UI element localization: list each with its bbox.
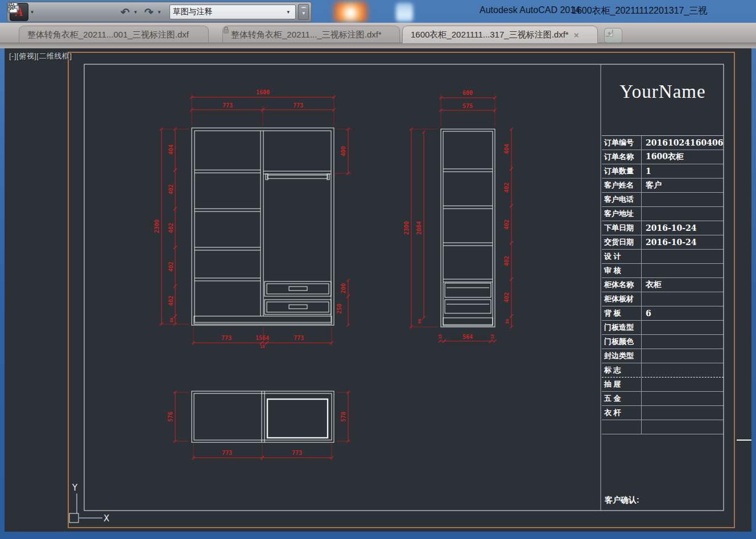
- new-file-button[interactable]: [39, 4, 52, 20]
- svg-text:402: 402: [168, 296, 174, 306]
- lock-icon: [223, 26, 229, 34]
- file-tab-2[interactable]: 整体转角衣柜_20211..._三视标注图.dxf*: [222, 26, 400, 43]
- autocad-window: Autodesk AutoCAD 2014 1600衣柜_20211112201…: [0, 0, 756, 539]
- new-tab-icon: [605, 28, 614, 38]
- svg-text:18: 18: [438, 334, 443, 339]
- undo-arrow-icon: ↶: [121, 7, 130, 18]
- redo-arrow-icon: ↷: [144, 7, 154, 18]
- table-row: 衣 杆: [602, 406, 724, 420]
- svg-text:1600: 1600: [256, 89, 270, 96]
- ucs-icon: Y X: [69, 483, 109, 524]
- table-row: 封边类型: [602, 349, 724, 363]
- redo-chevron-down-icon[interactable]: ▾: [158, 9, 164, 15]
- table-row: 下单日期2016-10-24: [602, 221, 724, 235]
- side-dimensions: 600 575 2300 2084 80 404 402 402 40: [403, 90, 513, 343]
- table-row: 抽 屉: [602, 378, 724, 392]
- redo-button[interactable]: ↷: [142, 4, 156, 20]
- toolbar-flyout-button[interactable]: ▔▾: [298, 4, 309, 20]
- file-tab-3-active[interactable]: 1600衣柜_2021111...317_三视标注图.dxf* ×: [402, 26, 598, 43]
- table-row: 客户电话: [602, 193, 724, 207]
- open-file-button[interactable]: [55, 4, 68, 20]
- svg-text:773: 773: [293, 102, 303, 109]
- ucs-y-label: Y: [72, 483, 78, 493]
- table-row: 柜体板材: [602, 292, 724, 306]
- svg-text:402: 402: [503, 219, 510, 230]
- table-row: [602, 420, 724, 434]
- svg-text:773: 773: [221, 335, 232, 341]
- background-flame-icon: [333, 2, 367, 22]
- viewport-controls[interactable]: [-][俯视][二维线框]: [9, 51, 72, 61]
- workspace-switcher[interactable]: 草图与注释 ▾: [170, 5, 296, 19]
- plot-button[interactable]: [102, 4, 116, 20]
- svg-text:80: 80: [170, 318, 174, 322]
- top-view-inset-panel: [267, 399, 328, 438]
- svg-text:773: 773: [222, 450, 232, 456]
- app-menu-chevron-down-icon[interactable]: ▾: [31, 9, 36, 15]
- file-tab-1[interactable]: 整体转角衣柜_20211...001_三视标注图.dxf: [19, 26, 209, 43]
- svg-text:404: 404: [168, 144, 174, 155]
- svg-text:402: 402: [503, 292, 510, 302]
- file-tab-3-label: 1600衣柜_2021111...317_三视标注图.dxf*: [411, 30, 569, 40]
- svg-text:402: 402: [503, 256, 510, 266]
- svg-text:402: 402: [503, 183, 510, 193]
- svg-text:1564: 1564: [255, 335, 269, 341]
- side-drawer-1: [445, 283, 491, 297]
- svg-text:576: 576: [167, 412, 173, 422]
- title-block-footer: 客户确认:: [602, 434, 724, 511]
- save-as-button[interactable]: [86, 4, 100, 20]
- svg-text:564: 564: [462, 334, 473, 340]
- title-block-header: YourName: [602, 64, 724, 135]
- workspace-name: 草图与注释: [173, 7, 284, 17]
- undo-chevron-down-icon[interactable]: ▾: [134, 9, 140, 15]
- svg-text:773: 773: [294, 335, 304, 341]
- svg-text:250: 250: [336, 304, 342, 314]
- svg-text:402: 402: [168, 184, 174, 194]
- front-dimensions: 1600 773 773 2300 404 402 402 402 40: [154, 89, 352, 349]
- ucs-x-label: X: [104, 513, 109, 524]
- svg-text:400: 400: [340, 146, 346, 156]
- tabbar-bottom-strip: [0, 43, 756, 48]
- undo-button[interactable]: ↶: [118, 4, 132, 20]
- svg-text:2300: 2300: [154, 219, 160, 233]
- svg-text:600: 600: [462, 90, 473, 96]
- model-space-canvas[interactable]: [-][俯视][二维线框]: [5, 48, 751, 532]
- title-block: YourName 订单编号20161024160406 订单名称1600衣柜 订…: [602, 64, 724, 511]
- front-base: [194, 316, 332, 324]
- svg-text:18: 18: [490, 334, 495, 339]
- ucs-origin-box: [69, 513, 79, 523]
- svg-text:18: 18: [260, 345, 265, 349]
- table-row: 订单编号20161024160406: [602, 136, 724, 150]
- svg-text:2300: 2300: [403, 221, 410, 235]
- svg-text:80: 80: [505, 319, 510, 324]
- table-row: 门板造型: [602, 321, 724, 335]
- svg-text:578: 578: [340, 412, 346, 422]
- background-document-icon: [396, 3, 413, 22]
- table-row: 背 板6: [602, 306, 724, 321]
- svg-text:404: 404: [503, 144, 510, 154]
- table-row: 交货日期2016-10-24: [602, 235, 724, 250]
- svg-text:200: 200: [340, 283, 346, 293]
- new-tab-button[interactable]: [604, 28, 622, 43]
- table-row: 订单数量1: [602, 164, 724, 179]
- customer-confirm-label: 客户确认:: [605, 495, 639, 505]
- front-drawer-1: [265, 281, 331, 296]
- svg-text:773: 773: [222, 102, 233, 109]
- quick-access-toolbar: A ▾: [7, 2, 312, 22]
- company-name: YourName: [619, 81, 705, 102]
- app-title: Autodesk AutoCAD 2014: [480, 5, 580, 15]
- table-row: 五 金: [602, 392, 724, 406]
- doc-title: 1600衣柜_20211112201317_三视: [572, 5, 707, 17]
- tab-close-icon[interactable]: ×: [574, 30, 579, 40]
- svg-text:773: 773: [292, 450, 302, 456]
- table-row: 审 核: [602, 264, 724, 278]
- front-view: [192, 128, 334, 325]
- side-drawer-2: [445, 300, 491, 313]
- side-view: [441, 129, 495, 327]
- table-row: 门板颜色: [602, 335, 724, 349]
- table-row: 设 计: [602, 250, 724, 264]
- svg-text:402: 402: [168, 223, 174, 233]
- gear-icon: [7, 2, 16, 11]
- table-row: 客户姓名客户: [602, 179, 724, 193]
- top-view-dimensions: 576 578 773 773: [167, 392, 351, 461]
- save-button[interactable]: [71, 4, 84, 20]
